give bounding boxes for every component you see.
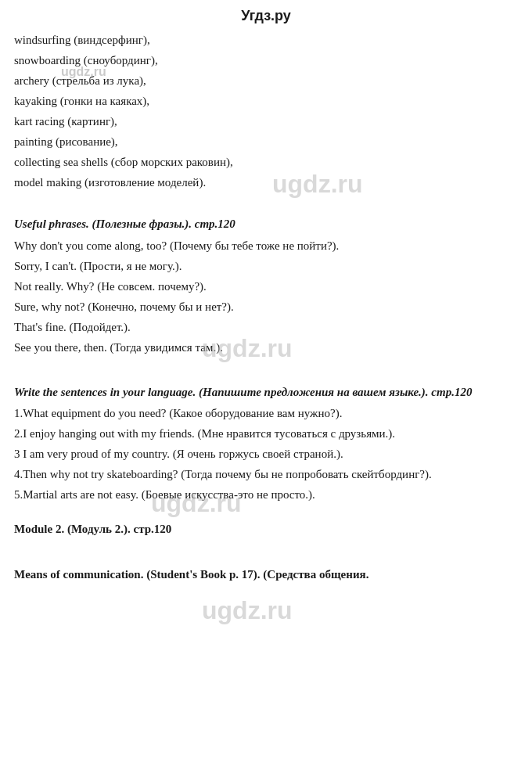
write-sentences-header: Write the sentences in your language. (Н… xyxy=(14,383,518,401)
phrase-item: Sure, why not? (Конечно, почему бы и нет… xyxy=(14,297,518,316)
list-item: windsurfing (виндсерфинг), xyxy=(14,31,518,49)
means-section: Means of communication. (Student's Book … xyxy=(14,565,518,584)
phrase-item: Not really. Why? (Не совсем. почему?). xyxy=(14,277,518,296)
means-header-text: Means of communication. (Student's Book … xyxy=(14,568,368,581)
sentence-item: 5.Martial arts are not easy. (Боевые иск… xyxy=(14,485,518,504)
site-title: Угдз.ру xyxy=(14,8,518,24)
list-item: kayaking (гонки на каяках), xyxy=(14,92,518,110)
list-item: collecting sea shells (сбор морских рако… xyxy=(14,153,518,171)
phrase-item: That's fine. (Подойдет.). xyxy=(14,318,518,336)
write-sentences-section: Write the sentences in your language. (Н… xyxy=(14,383,518,505)
page-container: Угдз.ру windsurfing (виндсерфинг), snowb… xyxy=(0,0,532,596)
list-item: painting (рисование), xyxy=(14,132,518,151)
useful-phrases-header: Useful phrases. (Полезные фразы.). стр.1… xyxy=(14,215,518,233)
sentence-item: 1.What equipment do you need? (Какое обо… xyxy=(14,404,518,423)
sentence-item: 4.Then why not try skateboarding? (Тогда… xyxy=(14,465,518,484)
module2-section: Module 2. (Модуль 2.). стр.120 xyxy=(14,520,518,538)
list-item: kart racing (картинг), xyxy=(14,112,518,131)
module2-header: Module 2. (Модуль 2.). стр.120 xyxy=(14,520,518,538)
sentence-item: 2.I enjoy hanging out with my friends. (… xyxy=(14,424,518,443)
list-item: model making (изготовление моделей). xyxy=(14,173,518,192)
list-item: archery (стрельба из лука), xyxy=(14,71,518,90)
means-header: Means of communication. (Student's Book … xyxy=(14,565,518,584)
useful-phrases-section: Useful phrases. (Полезные фразы.). стр.1… xyxy=(14,215,518,357)
list-item: snowboarding (сноубординг), xyxy=(14,51,518,70)
phrase-item: Why don't you come along, too? (Почему б… xyxy=(14,236,518,255)
phrase-item: See you there, then. (Тогда увидимся там… xyxy=(14,338,518,357)
watermark-large-4: ugdz.ru xyxy=(202,596,293,625)
sentence-item: 3 I am very proud of my country. (Я очен… xyxy=(14,444,518,463)
phrase-item: Sorry, I can't. (Прости, я не могу.). xyxy=(14,257,518,275)
hobby-list: windsurfing (виндсерфинг), snowboarding … xyxy=(14,31,518,192)
